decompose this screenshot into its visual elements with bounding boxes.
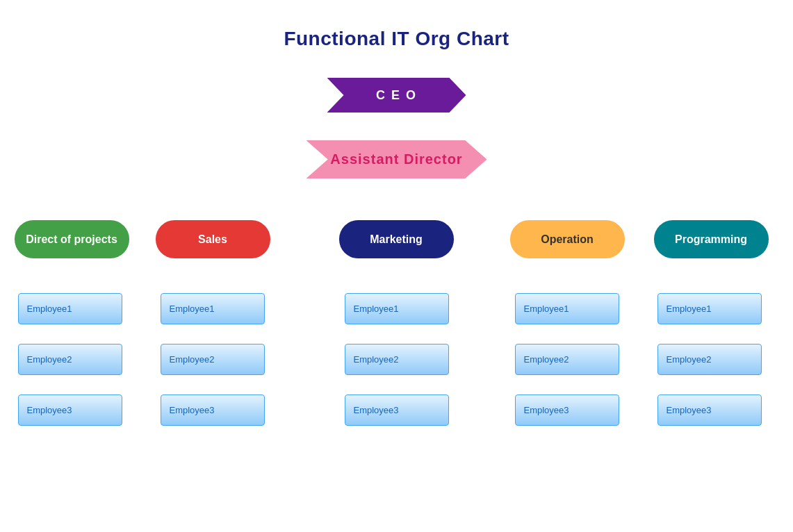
ceo-label: C E O: [376, 88, 417, 103]
emp-col3-row1: Employee1: [345, 293, 449, 324]
emp-col2-row3: Employee3: [161, 394, 265, 426]
emp-col1-row3: Employee3: [18, 394, 122, 426]
emp-col5-row1: Employee1: [657, 293, 762, 324]
emp-col4-row2: Employee2: [515, 344, 619, 375]
assistant-director-node: Assistant Director: [306, 140, 487, 178]
dept-label-direct-projects: Direct of projects: [15, 220, 129, 258]
emp-col-3: Employee1 Employee2 Employee3: [345, 293, 449, 426]
emp-col-5: Employee1 Employee2 Employee3: [657, 293, 762, 426]
dept-direct-projects: Direct of projects: [15, 220, 129, 258]
emp-col-4: Employee1 Employee2 Employee3: [515, 293, 619, 426]
emp-col-1: Employee1 Employee2 Employee3: [18, 293, 122, 426]
asst-dir-shape: Assistant Director: [306, 140, 487, 178]
dept-sales: Sales: [156, 220, 270, 258]
emp-col3-row2: Employee2: [345, 344, 449, 375]
ceo-shape: C E O: [327, 78, 466, 113]
emp-col1-row1: Employee1: [18, 293, 122, 324]
dept-label-operation: Operation: [510, 220, 625, 258]
emp-col4-row3: Employee3: [515, 394, 619, 426]
dept-marketing: Marketing: [339, 220, 454, 258]
emp-col2-row1: Employee1: [161, 293, 265, 324]
emp-col2-row2: Employee2: [161, 344, 265, 375]
emp-col5-row2: Employee2: [657, 344, 762, 375]
dept-operation: Operation: [510, 220, 625, 258]
asst-dir-label: Assistant Director: [330, 151, 462, 167]
dept-label-sales: Sales: [156, 220, 270, 258]
emp-col-2: Employee1 Employee2 Employee3: [161, 293, 265, 426]
ceo-node: C E O: [327, 78, 466, 113]
emp-col4-row1: Employee1: [515, 293, 619, 324]
dept-label-programming: Programming: [654, 220, 769, 258]
dept-label-marketing: Marketing: [339, 220, 454, 258]
page-title: Functional IT Org Chart: [0, 0, 793, 50]
emp-col1-row2: Employee2: [18, 344, 122, 375]
emp-col5-row3: Employee3: [657, 394, 762, 426]
dept-programming: Programming: [654, 220, 769, 258]
emp-col3-row3: Employee3: [345, 394, 449, 426]
